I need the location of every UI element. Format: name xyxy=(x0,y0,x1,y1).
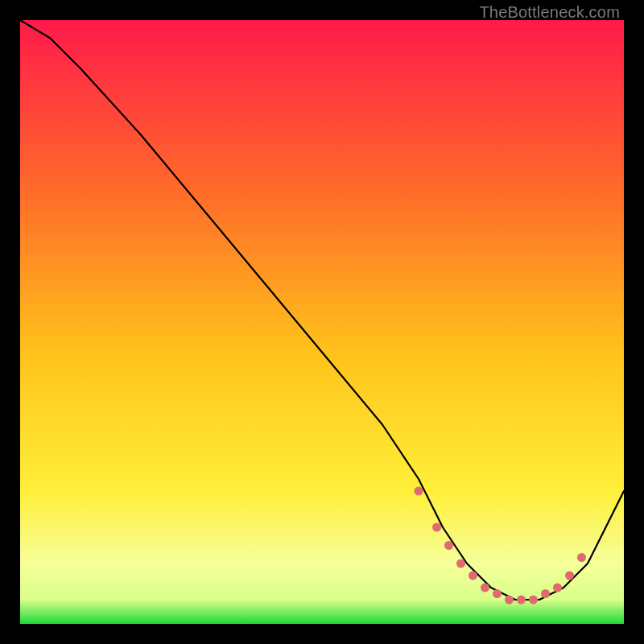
curve-marker xyxy=(529,596,538,605)
curve-marker xyxy=(541,589,550,598)
curve-marker xyxy=(444,541,453,550)
watermark-text: TheBottleneck.com xyxy=(479,3,620,22)
curve-marker xyxy=(469,572,477,580)
curve-marker xyxy=(565,572,574,580)
curve-marker xyxy=(517,596,526,605)
curve-marker xyxy=(577,553,586,562)
curve-marker xyxy=(493,589,502,598)
chart-frame xyxy=(20,20,624,624)
curve-marker xyxy=(553,584,562,592)
curve-marker xyxy=(505,596,514,605)
chart-canvas xyxy=(20,20,624,624)
curve-marker xyxy=(432,523,441,532)
curve-marker xyxy=(415,487,423,496)
curve-marker xyxy=(456,559,465,568)
gradient-background xyxy=(20,20,624,624)
curve-marker xyxy=(481,584,489,592)
